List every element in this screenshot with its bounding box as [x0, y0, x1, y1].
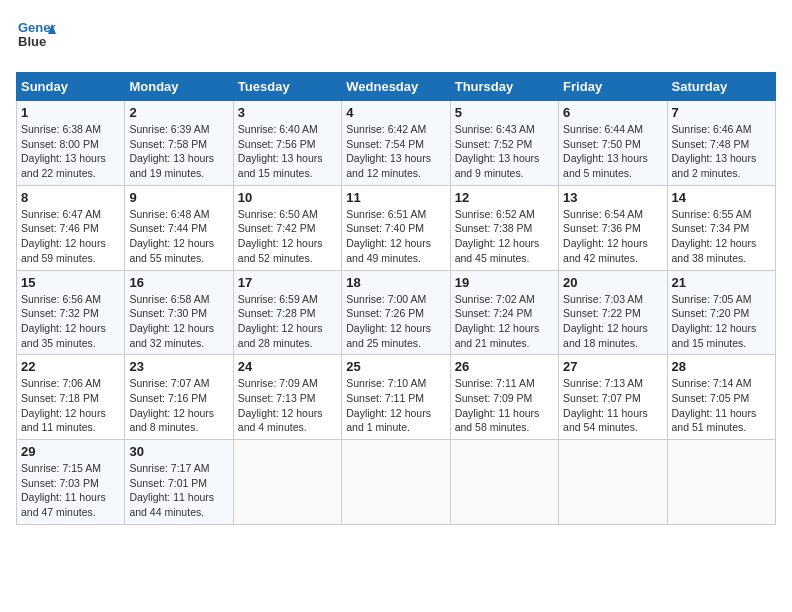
svg-text:Blue: Blue — [18, 34, 46, 49]
calendar-table: SundayMondayTuesdayWednesdayThursdayFrid… — [16, 72, 776, 525]
calendar-day-cell — [559, 440, 667, 525]
day-number: 23 — [129, 359, 228, 374]
calendar-day-cell: 17Sunrise: 6:59 AMSunset: 7:28 PMDayligh… — [233, 270, 341, 355]
calendar-week-row: 29Sunrise: 7:15 AMSunset: 7:03 PMDayligh… — [17, 440, 776, 525]
day-detail: Sunrise: 6:59 AMSunset: 7:28 PMDaylight:… — [238, 293, 323, 349]
calendar-day-cell: 16Sunrise: 6:58 AMSunset: 7:30 PMDayligh… — [125, 270, 233, 355]
day-detail: Sunrise: 6:44 AMSunset: 7:50 PMDaylight:… — [563, 123, 648, 179]
calendar-day-cell: 12Sunrise: 6:52 AMSunset: 7:38 PMDayligh… — [450, 185, 558, 270]
day-number: 1 — [21, 105, 120, 120]
day-detail: Sunrise: 6:40 AMSunset: 7:56 PMDaylight:… — [238, 123, 323, 179]
day-detail: Sunrise: 6:56 AMSunset: 7:32 PMDaylight:… — [21, 293, 106, 349]
calendar-week-row: 15Sunrise: 6:56 AMSunset: 7:32 PMDayligh… — [17, 270, 776, 355]
day-detail: Sunrise: 7:00 AMSunset: 7:26 PMDaylight:… — [346, 293, 431, 349]
calendar-day-cell: 24Sunrise: 7:09 AMSunset: 7:13 PMDayligh… — [233, 355, 341, 440]
day-detail: Sunrise: 6:54 AMSunset: 7:36 PMDaylight:… — [563, 208, 648, 264]
day-number: 9 — [129, 190, 228, 205]
day-detail: Sunrise: 6:38 AMSunset: 8:00 PMDaylight:… — [21, 123, 106, 179]
calendar-day-cell: 26Sunrise: 7:11 AMSunset: 7:09 PMDayligh… — [450, 355, 558, 440]
calendar-day-cell: 4Sunrise: 6:42 AMSunset: 7:54 PMDaylight… — [342, 101, 450, 186]
day-number: 21 — [672, 275, 771, 290]
day-number: 12 — [455, 190, 554, 205]
calendar-body: 1Sunrise: 6:38 AMSunset: 8:00 PMDaylight… — [17, 101, 776, 525]
calendar-day-cell: 11Sunrise: 6:51 AMSunset: 7:40 PMDayligh… — [342, 185, 450, 270]
calendar-day-cell: 5Sunrise: 6:43 AMSunset: 7:52 PMDaylight… — [450, 101, 558, 186]
weekday-header-cell: Friday — [559, 73, 667, 101]
day-detail: Sunrise: 6:46 AMSunset: 7:48 PMDaylight:… — [672, 123, 757, 179]
day-detail: Sunrise: 7:14 AMSunset: 7:05 PMDaylight:… — [672, 377, 757, 433]
day-detail: Sunrise: 6:39 AMSunset: 7:58 PMDaylight:… — [129, 123, 214, 179]
calendar-day-cell: 18Sunrise: 7:00 AMSunset: 7:26 PMDayligh… — [342, 270, 450, 355]
day-number: 8 — [21, 190, 120, 205]
calendar-day-cell: 2Sunrise: 6:39 AMSunset: 7:58 PMDaylight… — [125, 101, 233, 186]
day-detail: Sunrise: 7:06 AMSunset: 7:18 PMDaylight:… — [21, 377, 106, 433]
day-number: 13 — [563, 190, 662, 205]
day-detail: Sunrise: 6:51 AMSunset: 7:40 PMDaylight:… — [346, 208, 431, 264]
calendar-day-cell: 15Sunrise: 6:56 AMSunset: 7:32 PMDayligh… — [17, 270, 125, 355]
calendar-day-cell: 13Sunrise: 6:54 AMSunset: 7:36 PMDayligh… — [559, 185, 667, 270]
day-number: 3 — [238, 105, 337, 120]
day-detail: Sunrise: 7:10 AMSunset: 7:11 PMDaylight:… — [346, 377, 431, 433]
day-number: 15 — [21, 275, 120, 290]
day-detail: Sunrise: 6:52 AMSunset: 7:38 PMDaylight:… — [455, 208, 540, 264]
day-detail: Sunrise: 7:13 AMSunset: 7:07 PMDaylight:… — [563, 377, 648, 433]
day-number: 14 — [672, 190, 771, 205]
day-detail: Sunrise: 7:02 AMSunset: 7:24 PMDaylight:… — [455, 293, 540, 349]
calendar-day-cell — [667, 440, 775, 525]
calendar-day-cell: 14Sunrise: 6:55 AMSunset: 7:34 PMDayligh… — [667, 185, 775, 270]
day-detail: Sunrise: 7:17 AMSunset: 7:01 PMDaylight:… — [129, 462, 214, 518]
day-detail: Sunrise: 7:15 AMSunset: 7:03 PMDaylight:… — [21, 462, 106, 518]
day-detail: Sunrise: 6:43 AMSunset: 7:52 PMDaylight:… — [455, 123, 540, 179]
day-detail: Sunrise: 6:55 AMSunset: 7:34 PMDaylight:… — [672, 208, 757, 264]
day-number: 20 — [563, 275, 662, 290]
day-detail: Sunrise: 6:42 AMSunset: 7:54 PMDaylight:… — [346, 123, 431, 179]
calendar-day-cell: 1Sunrise: 6:38 AMSunset: 8:00 PMDaylight… — [17, 101, 125, 186]
day-number: 25 — [346, 359, 445, 374]
calendar-week-row: 22Sunrise: 7:06 AMSunset: 7:18 PMDayligh… — [17, 355, 776, 440]
day-number: 22 — [21, 359, 120, 374]
day-detail: Sunrise: 7:03 AMSunset: 7:22 PMDaylight:… — [563, 293, 648, 349]
calendar-week-row: 1Sunrise: 6:38 AMSunset: 8:00 PMDaylight… — [17, 101, 776, 186]
day-number: 29 — [21, 444, 120, 459]
weekday-header-cell: Sunday — [17, 73, 125, 101]
day-number: 10 — [238, 190, 337, 205]
weekday-header-cell: Saturday — [667, 73, 775, 101]
calendar-day-cell: 21Sunrise: 7:05 AMSunset: 7:20 PMDayligh… — [667, 270, 775, 355]
day-detail: Sunrise: 7:07 AMSunset: 7:16 PMDaylight:… — [129, 377, 214, 433]
calendar-day-cell: 27Sunrise: 7:13 AMSunset: 7:07 PMDayligh… — [559, 355, 667, 440]
day-number: 5 — [455, 105, 554, 120]
calendar-day-cell: 8Sunrise: 6:47 AMSunset: 7:46 PMDaylight… — [17, 185, 125, 270]
calendar-day-cell: 6Sunrise: 6:44 AMSunset: 7:50 PMDaylight… — [559, 101, 667, 186]
weekday-header-row: SundayMondayTuesdayWednesdayThursdayFrid… — [17, 73, 776, 101]
weekday-header-cell: Tuesday — [233, 73, 341, 101]
day-number: 16 — [129, 275, 228, 290]
calendar-day-cell — [342, 440, 450, 525]
calendar-week-row: 8Sunrise: 6:47 AMSunset: 7:46 PMDaylight… — [17, 185, 776, 270]
calendar-day-cell: 19Sunrise: 7:02 AMSunset: 7:24 PMDayligh… — [450, 270, 558, 355]
day-detail: Sunrise: 6:58 AMSunset: 7:30 PMDaylight:… — [129, 293, 214, 349]
weekday-header-cell: Monday — [125, 73, 233, 101]
calendar-day-cell: 29Sunrise: 7:15 AMSunset: 7:03 PMDayligh… — [17, 440, 125, 525]
calendar-day-cell: 25Sunrise: 7:10 AMSunset: 7:11 PMDayligh… — [342, 355, 450, 440]
page-header: General Blue — [16, 16, 776, 60]
calendar-day-cell: 20Sunrise: 7:03 AMSunset: 7:22 PMDayligh… — [559, 270, 667, 355]
day-detail: Sunrise: 6:50 AMSunset: 7:42 PMDaylight:… — [238, 208, 323, 264]
day-number: 26 — [455, 359, 554, 374]
day-number: 2 — [129, 105, 228, 120]
logo: General Blue — [16, 16, 56, 60]
day-number: 11 — [346, 190, 445, 205]
day-number: 4 — [346, 105, 445, 120]
calendar-day-cell: 30Sunrise: 7:17 AMSunset: 7:01 PMDayligh… — [125, 440, 233, 525]
calendar-day-cell: 3Sunrise: 6:40 AMSunset: 7:56 PMDaylight… — [233, 101, 341, 186]
calendar-day-cell: 7Sunrise: 6:46 AMSunset: 7:48 PMDaylight… — [667, 101, 775, 186]
calendar-day-cell: 10Sunrise: 6:50 AMSunset: 7:42 PMDayligh… — [233, 185, 341, 270]
calendar-day-cell: 28Sunrise: 7:14 AMSunset: 7:05 PMDayligh… — [667, 355, 775, 440]
calendar-day-cell: 9Sunrise: 6:48 AMSunset: 7:44 PMDaylight… — [125, 185, 233, 270]
day-detail: Sunrise: 7:05 AMSunset: 7:20 PMDaylight:… — [672, 293, 757, 349]
day-number: 24 — [238, 359, 337, 374]
calendar-day-cell: 22Sunrise: 7:06 AMSunset: 7:18 PMDayligh… — [17, 355, 125, 440]
day-number: 30 — [129, 444, 228, 459]
day-number: 28 — [672, 359, 771, 374]
day-number: 17 — [238, 275, 337, 290]
calendar-day-cell — [450, 440, 558, 525]
